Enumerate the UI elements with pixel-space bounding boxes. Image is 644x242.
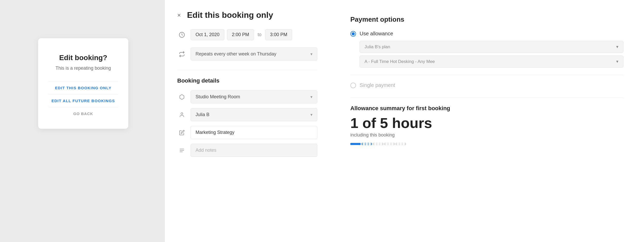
clock-icon [177, 32, 187, 38]
panel-header: × Edit this booking only [165, 10, 330, 20]
subject-input[interactable]: Marketing Strategy [191, 126, 317, 139]
bar-segment-3 [373, 143, 383, 145]
person-chevron-icon: ▾ [310, 112, 312, 117]
single-payment-label: Single payment [360, 82, 395, 88]
card-subtitle: This is a repeating booking [55, 66, 111, 71]
allowance-bar [350, 143, 623, 145]
card-divider-1 [48, 81, 118, 82]
room-chevron-icon: ▾ [310, 94, 312, 99]
page-wrapper: Edit booking? This is a repeating bookin… [0, 0, 644, 242]
person-row: Julia B ▾ [177, 108, 317, 121]
repeat-icon [177, 51, 187, 57]
bar-segment-1 [350, 143, 361, 145]
repeat-row: Repeats every other week on Thursday ▾ [177, 47, 317, 61]
edit-booking-card: Edit booking? This is a repeating bookin… [38, 38, 128, 129]
right-panel: Payment options Use allowance Julia B's … [330, 0, 644, 242]
start-time-field[interactable]: 2:00 PM [227, 29, 254, 40]
subject-row: Marketing Strategy [177, 126, 317, 139]
plan2-dropdown[interactable]: A - Full Time Hot Desking - Any Mee ▾ [360, 55, 623, 68]
bar-segment-5 [396, 143, 406, 145]
room-value: Studio Meeting Room [196, 94, 240, 100]
svg-point-1 [181, 112, 183, 114]
booking-details-title: Booking details [177, 77, 317, 84]
card-title: Edit booking? [59, 54, 107, 62]
person-value: Julia B [196, 112, 209, 117]
to-label: to [258, 32, 261, 37]
room-dropdown[interactable]: Studio Meeting Room ▾ [191, 90, 317, 103]
go-back-button[interactable]: GO BACK [73, 111, 93, 116]
bar-segment-2 [362, 143, 372, 145]
repeat-value: Repeats every other week on Thursday [196, 51, 276, 57]
single-payment-radio[interactable] [350, 83, 356, 88]
payment-title: Payment options [350, 15, 623, 23]
allowance-title: Allowance summary for first booking [350, 105, 623, 112]
plan1-dropdown[interactable]: Julia B's plan ▾ [360, 41, 623, 53]
room-icon [177, 94, 187, 100]
use-allowance-label: Use allowance [360, 31, 393, 37]
pencil-icon [177, 130, 187, 135]
card-divider-2 [48, 94, 118, 94]
datetime-fields: Oct 1, 2020 2:00 PM to 3:00 PM [191, 29, 292, 40]
card-divider-3 [48, 107, 118, 107]
notes-row: Add notes [177, 144, 317, 157]
datetime-section: Oct 1, 2020 2:00 PM to 3:00 PM [165, 29, 330, 157]
single-payment-option[interactable]: Single payment [350, 82, 623, 88]
close-button[interactable]: × [177, 12, 181, 18]
main-panel: × Edit this booking only Oct 1, 2020 2:0… [165, 0, 330, 242]
allowance-divider [350, 98, 623, 98]
repeat-dropdown[interactable]: Repeats every other week on Thursday ▾ [191, 47, 317, 61]
allowance-count: 1 of 5 hours [350, 116, 623, 130]
room-row: Studio Meeting Room ▾ [177, 90, 317, 103]
notes-input[interactable]: Add notes [191, 144, 317, 157]
allowance-subtitle: including this booking [350, 132, 623, 138]
plan1-value: Julia B's plan [365, 44, 390, 50]
plan1-chevron-icon: ▾ [616, 44, 618, 50]
panel-title: Edit this booking only [187, 10, 273, 20]
person-dropdown[interactable]: Julia B ▾ [191, 108, 317, 121]
date-field[interactable]: Oct 1, 2020 [191, 29, 224, 40]
end-time-field[interactable]: 3:00 PM [265, 29, 292, 40]
plan2-value: A - Full Time Hot Desking - Any Mee [365, 59, 435, 64]
section-divider [177, 70, 317, 70]
bar-segment-4 [384, 143, 395, 145]
payment-divider [350, 75, 623, 75]
datetime-row: Oct 1, 2020 2:00 PM to 3:00 PM [177, 29, 317, 40]
edit-this-booking-only-button[interactable]: EDIT THIS BOOKING ONLY [55, 86, 111, 90]
use-allowance-option[interactable]: Use allowance [350, 31, 623, 37]
plan2-chevron-icon: ▾ [616, 59, 618, 64]
use-allowance-radio[interactable] [350, 31, 356, 37]
edit-all-future-bookings-button[interactable]: EDIT ALL FUTURE BOOKINGS [52, 99, 115, 103]
repeat-chevron-icon: ▾ [310, 52, 312, 57]
person-icon [177, 112, 187, 118]
payment-options: Use allowance Julia B's plan ▾ A - Full … [350, 31, 623, 88]
notes-icon [177, 148, 187, 153]
